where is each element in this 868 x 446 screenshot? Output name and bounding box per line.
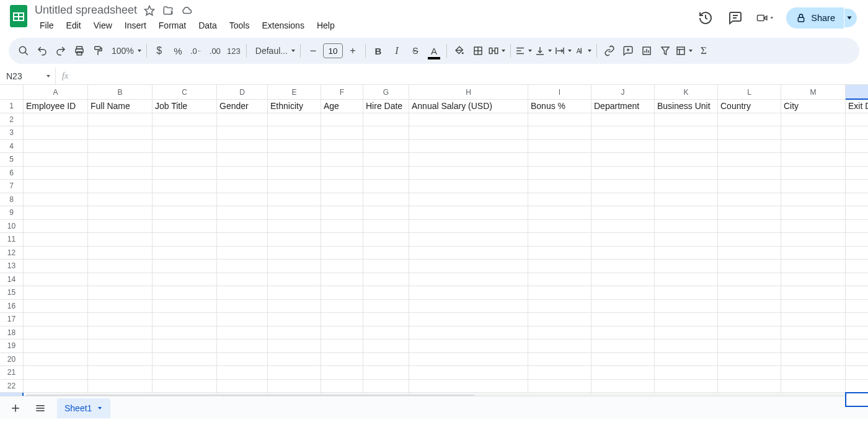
cell-D5[interactable] [217,153,268,167]
cell-J6[interactable] [591,167,655,180]
cell-G3[interactable] [363,126,409,140]
cell-G8[interactable] [363,193,409,207]
cell-N3[interactable] [846,126,868,140]
cell-B2[interactable] [88,113,153,127]
cell-E3[interactable] [268,126,321,140]
cell-A15[interactable] [24,286,88,300]
cell-B16[interactable] [88,300,153,313]
cell-M21[interactable] [781,366,846,380]
cell-I11[interactable] [528,233,591,247]
cell-I5[interactable] [528,153,591,167]
cell-G20[interactable] [363,353,409,367]
cell-B8[interactable] [88,193,153,207]
cell-B14[interactable] [88,273,153,287]
cell-J22[interactable] [591,380,655,393]
cell-M4[interactable] [781,140,846,154]
cell-G7[interactable] [363,180,409,193]
cell-M3[interactable] [781,126,846,140]
cell-B17[interactable] [88,313,153,326]
cell-C5[interactable] [153,153,217,167]
row-header-15[interactable]: 15 [0,286,24,300]
cell-H19[interactable] [409,339,528,353]
menu-format[interactable]: Format [154,18,191,33]
cell-D4[interactable] [217,140,268,154]
cell-H9[interactable] [409,206,528,220]
cell-A9[interactable] [24,206,88,220]
cell-N15[interactable] [846,286,868,300]
cell-I20[interactable] [528,353,591,367]
cell-I16[interactable] [528,300,591,313]
cell-E12[interactable] [268,247,321,260]
cell-D14[interactable] [217,273,268,287]
cell-C13[interactable] [153,260,217,273]
cell-B5[interactable] [88,153,153,167]
cell-E7[interactable] [268,180,321,193]
cell-G14[interactable] [363,273,409,287]
cell-N12[interactable] [846,247,868,260]
cell-K11[interactable] [655,233,718,247]
cell-G11[interactable] [363,233,409,247]
cell-N2[interactable] [846,113,868,127]
row-header-9[interactable]: 9 [0,206,24,220]
cell-I12[interactable] [528,247,591,260]
insert-chart-button[interactable] [638,42,655,60]
cell-F1[interactable]: Age [321,100,363,113]
cell-L19[interactable] [718,339,781,353]
cell-L20[interactable] [718,353,781,367]
cell-H15[interactable] [409,286,528,300]
cell-E9[interactable] [268,206,321,220]
cell-D9[interactable] [217,206,268,220]
cell-J11[interactable] [591,233,655,247]
cell-K15[interactable] [655,286,718,300]
cell-D19[interactable] [217,339,268,353]
cell-N13[interactable] [846,260,868,273]
link-button[interactable] [601,42,618,60]
merge-cells-button[interactable] [488,45,507,56]
row-header-4[interactable]: 4 [0,140,24,154]
borders-button[interactable] [469,42,487,60]
formula-input[interactable] [74,68,868,84]
cell-N4[interactable] [846,140,868,154]
cell-L2[interactable] [718,113,781,127]
cell-F11[interactable] [321,233,363,247]
cell-L14[interactable] [718,273,781,287]
cell-J2[interactable] [591,113,655,127]
cell-D12[interactable] [217,247,268,260]
menu-view[interactable]: View [89,18,117,33]
cell-B13[interactable] [88,260,153,273]
redo-button[interactable] [52,42,69,60]
cell-K9[interactable] [655,206,718,220]
cell-G10[interactable] [363,220,409,234]
cell-H4[interactable] [409,140,528,154]
row-header-6[interactable]: 6 [0,167,24,180]
cell-K18[interactable] [655,326,718,340]
cell-L6[interactable] [718,167,781,180]
row-header-10[interactable]: 10 [0,220,24,234]
cell-F13[interactable] [321,260,363,273]
row-header-14[interactable]: 14 [0,273,24,287]
cell-N23[interactable] [846,393,868,406]
cell-E14[interactable] [268,273,321,287]
row-header-16[interactable]: 16 [0,300,24,313]
cell-F19[interactable] [321,339,363,353]
cell-C4[interactable] [153,140,217,154]
cell-D18[interactable] [217,326,268,340]
cell-F17[interactable] [321,313,363,326]
cell-C18[interactable] [153,326,217,340]
cell-H21[interactable] [409,366,528,380]
cell-H11[interactable] [409,233,528,247]
cell-C8[interactable] [153,193,217,207]
cell-K16[interactable] [655,300,718,313]
percent-button[interactable]: % [169,42,187,60]
cell-J14[interactable] [591,273,655,287]
cell-I17[interactable] [528,313,591,326]
cell-B4[interactable] [88,140,153,154]
cell-M16[interactable] [781,300,846,313]
cell-M13[interactable] [781,260,846,273]
share-button[interactable]: Share [786,7,844,28]
col-header-C[interactable]: C [153,85,217,100]
v-align-button[interactable] [534,45,553,56]
cell-D6[interactable] [217,167,268,180]
cell-F9[interactable] [321,206,363,220]
cell-N17[interactable] [846,313,868,326]
